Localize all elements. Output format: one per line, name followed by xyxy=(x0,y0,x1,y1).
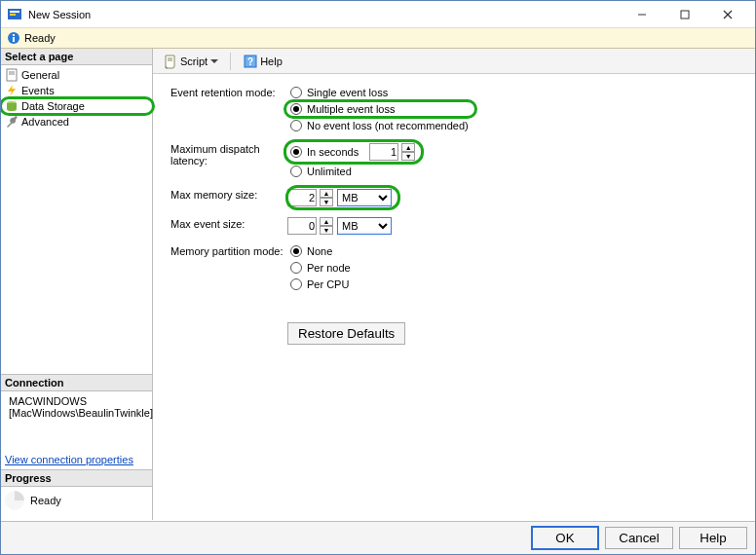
radio-label: No event loss (not recommended) xyxy=(307,120,469,131)
sidebar-item-label: General xyxy=(21,69,59,81)
svg-rect-2 xyxy=(10,14,16,16)
script-button[interactable]: Script xyxy=(159,53,222,70)
sidebar-header-select: Select a page xyxy=(1,49,152,65)
seconds-input[interactable] xyxy=(369,143,398,161)
sidebar-header-connection: Connection xyxy=(1,374,152,391)
sidebar-item-label: Events xyxy=(21,85,55,96)
max-event-label: Max event size: xyxy=(170,217,287,230)
max-event-unit[interactable]: MB xyxy=(337,217,392,235)
max-memory-label: Max memory size: xyxy=(170,188,287,201)
script-label: Script xyxy=(180,56,208,67)
radio-label: Per node xyxy=(307,262,351,274)
toolbar: Script ? Help xyxy=(153,49,755,74)
info-icon xyxy=(7,31,20,45)
radio-icon xyxy=(290,278,302,290)
max-event-spinner[interactable]: ▲ ▼ xyxy=(320,217,333,235)
form: Event retention mode: Single event loss … xyxy=(153,74,755,366)
window-title: New Session xyxy=(28,9,91,20)
sidebar: Select a page General Events Data Storag… xyxy=(1,49,153,520)
radio-partition-per-node[interactable]: Per node xyxy=(287,261,354,275)
radio-icon xyxy=(290,262,302,274)
max-memory-unit[interactable]: MB xyxy=(337,189,392,206)
close-button[interactable] xyxy=(706,1,749,28)
radio-in-seconds[interactable]: In seconds ▲ ▼ xyxy=(287,142,418,162)
sidebar-header-progress: Progress xyxy=(1,469,152,487)
disk-icon xyxy=(5,99,19,113)
radio-label: In seconds xyxy=(307,146,359,158)
sidebar-item-label: Advanced xyxy=(21,116,69,128)
script-icon xyxy=(163,54,178,69)
sidebar-item-advanced[interactable]: Advanced xyxy=(1,114,152,130)
radio-label: None xyxy=(307,245,332,257)
separator xyxy=(230,53,231,70)
sidebar-item-general[interactable]: General xyxy=(1,67,152,83)
radio-unlimited[interactable]: Unlimited xyxy=(287,165,418,178)
server-user: [MacWindows\BeaulinTwinkle] xyxy=(9,407,153,419)
progress-spinner xyxy=(5,491,24,510)
radio-icon xyxy=(290,103,302,115)
help-label: Help xyxy=(260,56,283,67)
radio-no-event-loss[interactable]: No event loss (not recommended) xyxy=(287,119,472,132)
svg-rect-9 xyxy=(13,34,15,36)
svg-rect-1 xyxy=(10,11,19,13)
radio-label: Unlimited xyxy=(307,166,352,177)
radio-label: Per CPU xyxy=(307,278,349,290)
svg-rect-4 xyxy=(681,11,689,18)
footer-help-button[interactable]: Help xyxy=(679,527,747,549)
restore-defaults-button[interactable]: Restore Defaults xyxy=(287,322,405,345)
spinner-down-icon[interactable]: ▼ xyxy=(320,198,333,206)
page-icon xyxy=(5,68,19,82)
spinner-up-icon[interactable]: ▲ xyxy=(401,143,415,152)
radio-label: Multiple event loss xyxy=(307,103,396,115)
max-memory-spinner[interactable]: ▲ ▼ xyxy=(320,189,333,206)
maximize-button[interactable] xyxy=(663,1,706,28)
radio-icon xyxy=(290,120,302,131)
spinner-up-icon[interactable]: ▲ xyxy=(320,189,333,198)
partition-label: Memory partition mode: xyxy=(170,244,287,257)
radio-icon xyxy=(290,87,302,98)
chevron-down-icon xyxy=(210,59,218,63)
status-text: Ready xyxy=(24,32,56,44)
wrench-icon xyxy=(5,115,19,129)
svg-rect-8 xyxy=(13,37,15,42)
dialog-footer: OK Cancel Help xyxy=(1,521,755,554)
svg-rect-10 xyxy=(7,69,17,81)
spinner-up-icon[interactable]: ▲ xyxy=(320,217,333,226)
seconds-spinner[interactable]: ▲ ▼ xyxy=(401,143,415,161)
radio-icon xyxy=(290,245,302,257)
sidebar-item-events[interactable]: Events xyxy=(1,83,152,98)
max-memory-input[interactable] xyxy=(287,189,317,206)
progress-status: Ready xyxy=(30,495,61,506)
radio-icon xyxy=(290,146,302,158)
help-button[interactable]: ? Help xyxy=(239,53,286,70)
max-memory-row: ▲ ▼ MB xyxy=(287,188,395,207)
main-pane: Script ? Help Event retention mode: Sing… xyxy=(153,49,755,520)
lightning-icon xyxy=(5,84,19,97)
status-bar: Ready xyxy=(1,28,755,49)
svg-text:?: ? xyxy=(247,56,253,67)
retention-label: Event retention mode: xyxy=(170,86,287,98)
view-connection-properties-link[interactable]: View connection properties xyxy=(1,450,152,469)
minimize-button[interactable] xyxy=(621,1,663,28)
server-name: MACWINDOWS xyxy=(9,395,153,407)
cancel-button[interactable]: Cancel xyxy=(605,527,673,549)
radio-icon xyxy=(290,166,302,177)
radio-label: Single event loss xyxy=(307,87,388,98)
radio-single-event-loss[interactable]: Single event loss xyxy=(287,86,472,99)
radio-partition-none[interactable]: None xyxy=(287,244,354,258)
radio-multiple-event-loss[interactable]: Multiple event loss xyxy=(287,102,472,116)
sidebar-item-data-storage[interactable]: Data Storage xyxy=(1,98,152,114)
ok-button[interactable]: OK xyxy=(531,526,599,550)
radio-partition-per-cpu[interactable]: Per CPU xyxy=(287,278,354,291)
dispatch-label: Maximum dispatch latency: xyxy=(170,142,287,166)
app-icon xyxy=(7,7,22,22)
max-event-input[interactable] xyxy=(287,217,317,235)
help-icon: ? xyxy=(243,54,258,69)
spinner-down-icon[interactable]: ▼ xyxy=(401,152,415,161)
sidebar-item-label: Data Storage xyxy=(21,100,85,112)
spinner-down-icon[interactable]: ▼ xyxy=(320,226,333,235)
titlebar: New Session xyxy=(1,1,755,28)
